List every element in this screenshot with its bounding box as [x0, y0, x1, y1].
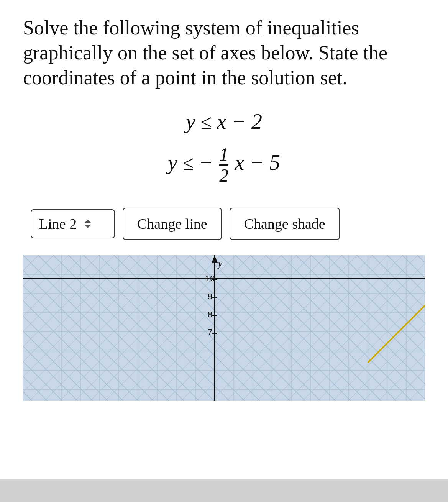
change-shade-button[interactable]: Change shade: [230, 208, 340, 240]
change-line-button[interactable]: Change line: [123, 208, 222, 240]
page-container: Solve the following system of inequaliti…: [0, 0, 448, 502]
fraction-numerator: 1: [219, 145, 228, 166]
inequality-2: y ≤ − 1 2 x − 5: [168, 145, 280, 185]
ineq2-fraction: 1 2: [219, 145, 228, 185]
ineq2-minus: −: [199, 151, 213, 174]
ineq1-leq: ≤: [201, 111, 217, 133]
inequalities-block: y ≤ x − 2 y ≤ − 1 2 x − 5: [23, 109, 425, 185]
ineq2-y: y: [168, 151, 177, 174]
controls-row: Line 2 Change line Change shade: [31, 208, 425, 240]
ineq2-leq: ≤: [183, 152, 199, 174]
chevron-up-icon[interactable]: [84, 220, 91, 223]
svg-text:7: 7: [208, 327, 212, 337]
line-selector[interactable]: Line 2: [31, 209, 115, 238]
svg-text:y: y: [217, 257, 223, 269]
svg-text:9: 9: [208, 292, 212, 301]
svg-text:8: 8: [208, 310, 212, 319]
fraction-denominator: 2: [219, 166, 228, 185]
bottom-bar: [0, 479, 448, 502]
graph-area: y 10 9 8 7: [23, 255, 425, 401]
ineq1-y: y: [186, 110, 195, 133]
svg-rect-5: [23, 255, 425, 401]
line-selector-label: Line 2: [39, 215, 77, 232]
chevron-selector-icon[interactable]: [84, 220, 91, 228]
svg-text:10: 10: [205, 274, 215, 283]
inequality-1: y ≤ x − 2: [186, 109, 262, 134]
chevron-down-icon[interactable]: [84, 225, 91, 228]
ineq1-rhs: x − 2: [217, 110, 262, 133]
ineq2-x: x: [235, 151, 244, 174]
question-text: Solve the following system of inequaliti…: [23, 15, 425, 90]
ineq2-const: − 5: [249, 151, 280, 174]
graph-svg: y 10 9 8 7: [23, 255, 425, 401]
